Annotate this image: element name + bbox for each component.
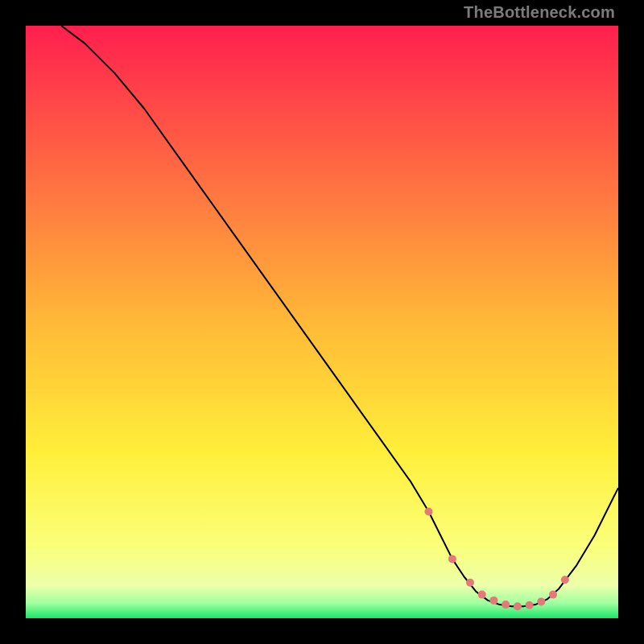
highlight-dot: [502, 601, 510, 609]
highlight-dot: [489, 597, 497, 605]
highlight-dot: [549, 591, 557, 599]
chart-background: [26, 26, 618, 618]
highlight-dot: [561, 576, 569, 584]
highlight-dot: [466, 579, 474, 587]
highlight-dot: [448, 555, 456, 563]
highlight-dot: [478, 591, 486, 599]
watermark-text: TheBottleneck.com: [464, 3, 615, 22]
highlight-dot: [537, 597, 545, 605]
highlight-dot: [514, 602, 522, 610]
highlight-dot: [526, 601, 534, 609]
highlight-dot: [425, 508, 433, 516]
bottleneck-chart: [26, 26, 618, 618]
chart-frame: [26, 26, 618, 618]
